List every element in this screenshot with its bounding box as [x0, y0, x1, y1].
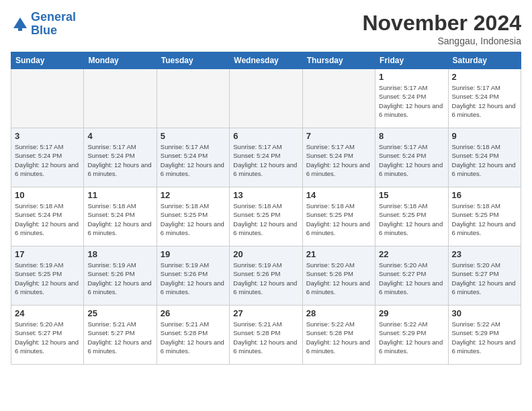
day-info: Sunrise: 5:22 AM Sunset: 5:29 PM Dayligh…	[452, 320, 517, 355]
calendar-cell: 12Sunrise: 5:18 AM Sunset: 5:25 PM Dayli…	[157, 187, 229, 246]
calendar-cell	[157, 69, 229, 128]
day-info: Sunrise: 5:20 AM Sunset: 5:27 PM Dayligh…	[379, 261, 444, 296]
logo-text: General Blue	[31, 11, 76, 38]
day-number: 2	[452, 72, 517, 82]
day-number: 7	[306, 131, 371, 141]
day-number: 24	[15, 308, 80, 318]
day-number: 8	[379, 131, 444, 141]
day-number: 22	[379, 249, 444, 259]
calendar-cell	[230, 69, 302, 128]
week-row-5: 24Sunrise: 5:20 AM Sunset: 5:27 PM Dayli…	[11, 306, 521, 365]
day-number: 19	[161, 249, 226, 259]
day-number: 14	[306, 190, 371, 200]
calendar-cell: 30Sunrise: 5:22 AM Sunset: 5:29 PM Dayli…	[448, 306, 521, 365]
calendar-cell: 8Sunrise: 5:17 AM Sunset: 5:24 PM Daylig…	[375, 128, 448, 187]
day-info: Sunrise: 5:18 AM Sunset: 5:25 PM Dayligh…	[379, 201, 444, 237]
day-number: 18	[87, 249, 152, 259]
day-number: 21	[306, 249, 371, 259]
day-header-thursday: Thursday	[302, 52, 375, 69]
week-row-1: 1Sunrise: 5:17 AM Sunset: 5:24 PM Daylig…	[11, 69, 521, 128]
calendar-cell: 17Sunrise: 5:19 AM Sunset: 5:25 PM Dayli…	[11, 246, 84, 306]
day-header-sunday: Sunday	[11, 52, 84, 69]
calendar-cell: 19Sunrise: 5:19 AM Sunset: 5:26 PM Dayli…	[157, 246, 229, 306]
calendar-cell: 10Sunrise: 5:18 AM Sunset: 5:24 PM Dayli…	[11, 187, 84, 246]
day-info: Sunrise: 5:21 AM Sunset: 5:28 PM Dayligh…	[161, 320, 226, 355]
calendar-cell	[11, 69, 84, 128]
week-row-2: 3Sunrise: 5:17 AM Sunset: 5:24 PM Daylig…	[11, 128, 521, 187]
day-info: Sunrise: 5:22 AM Sunset: 5:29 PM Dayligh…	[379, 320, 444, 355]
day-number: 1	[379, 72, 444, 82]
location: Sanggau, Indonesia	[362, 36, 521, 46]
day-info: Sunrise: 5:17 AM Sunset: 5:24 PM Dayligh…	[233, 142, 298, 178]
title-area: November 2024 Sanggau, Indonesia	[362, 11, 521, 46]
day-info: Sunrise: 5:17 AM Sunset: 5:24 PM Dayligh…	[452, 83, 517, 119]
day-info: Sunrise: 5:21 AM Sunset: 5:27 PM Dayligh…	[87, 320, 152, 355]
day-number: 20	[233, 249, 298, 259]
calendar-cell: 2Sunrise: 5:17 AM Sunset: 5:24 PM Daylig…	[448, 69, 521, 128]
day-number: 12	[161, 190, 226, 200]
day-info: Sunrise: 5:17 AM Sunset: 5:24 PM Dayligh…	[87, 142, 152, 178]
day-number: 28	[306, 308, 371, 318]
day-number: 4	[87, 131, 152, 141]
calendar-cell: 27Sunrise: 5:21 AM Sunset: 5:28 PM Dayli…	[230, 306, 302, 365]
day-info: Sunrise: 5:17 AM Sunset: 5:24 PM Dayligh…	[161, 142, 226, 178]
calendar-cell: 28Sunrise: 5:22 AM Sunset: 5:28 PM Dayli…	[302, 306, 375, 365]
day-info: Sunrise: 5:18 AM Sunset: 5:24 PM Dayligh…	[87, 201, 152, 237]
day-info: Sunrise: 5:18 AM Sunset: 5:25 PM Dayligh…	[233, 201, 298, 237]
day-number: 9	[452, 131, 517, 141]
day-info: Sunrise: 5:22 AM Sunset: 5:28 PM Dayligh…	[306, 320, 371, 355]
calendar-cell: 11Sunrise: 5:18 AM Sunset: 5:24 PM Dayli…	[84, 187, 157, 246]
calendar-cell: 22Sunrise: 5:20 AM Sunset: 5:27 PM Dayli…	[375, 246, 448, 306]
day-number: 3	[15, 131, 80, 141]
day-header-saturday: Saturday	[448, 52, 521, 69]
day-info: Sunrise: 5:18 AM Sunset: 5:25 PM Dayligh…	[452, 201, 517, 237]
calendar-cell: 6Sunrise: 5:17 AM Sunset: 5:24 PM Daylig…	[230, 128, 302, 187]
month-title: November 2024	[362, 11, 521, 36]
calendar-cell: 25Sunrise: 5:21 AM Sunset: 5:27 PM Dayli…	[84, 306, 157, 365]
day-number: 10	[15, 190, 80, 200]
day-info: Sunrise: 5:20 AM Sunset: 5:26 PM Dayligh…	[306, 261, 371, 296]
day-number: 17	[15, 249, 80, 259]
calendar-cell: 24Sunrise: 5:20 AM Sunset: 5:27 PM Dayli…	[11, 306, 84, 365]
day-header-tuesday: Tuesday	[157, 52, 229, 69]
calendar-cell: 21Sunrise: 5:20 AM Sunset: 5:26 PM Dayli…	[302, 246, 375, 306]
calendar-cell: 14Sunrise: 5:18 AM Sunset: 5:25 PM Dayli…	[302, 187, 375, 246]
day-info: Sunrise: 5:19 AM Sunset: 5:25 PM Dayligh…	[15, 261, 80, 296]
calendar-cell: 5Sunrise: 5:17 AM Sunset: 5:24 PM Daylig…	[157, 128, 229, 187]
day-number: 16	[452, 190, 517, 200]
calendar-cell: 1Sunrise: 5:17 AM Sunset: 5:24 PM Daylig…	[375, 69, 448, 128]
day-number: 27	[233, 308, 298, 318]
calendar-cell: 13Sunrise: 5:18 AM Sunset: 5:25 PM Dayli…	[230, 187, 302, 246]
day-number: 23	[452, 249, 517, 259]
calendar-cell: 20Sunrise: 5:19 AM Sunset: 5:26 PM Dayli…	[230, 246, 302, 306]
day-info: Sunrise: 5:21 AM Sunset: 5:28 PM Dayligh…	[233, 320, 298, 355]
week-row-4: 17Sunrise: 5:19 AM Sunset: 5:25 PM Dayli…	[11, 246, 521, 306]
week-row-3: 10Sunrise: 5:18 AM Sunset: 5:24 PM Dayli…	[11, 187, 521, 246]
day-info: Sunrise: 5:18 AM Sunset: 5:24 PM Dayligh…	[452, 142, 517, 178]
day-header-monday: Monday	[84, 52, 157, 69]
calendar-cell: 23Sunrise: 5:20 AM Sunset: 5:27 PM Dayli…	[448, 246, 521, 306]
day-info: Sunrise: 5:20 AM Sunset: 5:27 PM Dayligh…	[452, 261, 517, 296]
svg-rect-2	[18, 26, 22, 31]
calendar-cell: 18Sunrise: 5:19 AM Sunset: 5:26 PM Dayli…	[84, 246, 157, 306]
calendar-cell	[84, 69, 157, 128]
day-info: Sunrise: 5:18 AM Sunset: 5:25 PM Dayligh…	[306, 201, 371, 237]
day-number: 15	[379, 190, 444, 200]
day-number: 13	[233, 190, 298, 200]
header-row: SundayMondayTuesdayWednesdayThursdayFrid…	[11, 52, 521, 69]
day-info: Sunrise: 5:17 AM Sunset: 5:24 PM Dayligh…	[306, 142, 371, 178]
day-number: 26	[161, 308, 226, 318]
calendar-cell: 4Sunrise: 5:17 AM Sunset: 5:24 PM Daylig…	[84, 128, 157, 187]
calendar-cell: 16Sunrise: 5:18 AM Sunset: 5:25 PM Dayli…	[448, 187, 521, 246]
page-header: General Blue November 2024 Sanggau, Indo…	[11, 11, 521, 46]
calendar-cell: 29Sunrise: 5:22 AM Sunset: 5:29 PM Dayli…	[375, 306, 448, 365]
calendar-cell: 7Sunrise: 5:17 AM Sunset: 5:24 PM Daylig…	[302, 128, 375, 187]
day-number: 30	[452, 308, 517, 318]
day-info: Sunrise: 5:17 AM Sunset: 5:24 PM Dayligh…	[15, 142, 80, 178]
day-info: Sunrise: 5:17 AM Sunset: 5:24 PM Dayligh…	[379, 83, 444, 119]
day-header-friday: Friday	[375, 52, 448, 69]
day-info: Sunrise: 5:20 AM Sunset: 5:27 PM Dayligh…	[15, 320, 80, 355]
day-info: Sunrise: 5:18 AM Sunset: 5:25 PM Dayligh…	[161, 201, 226, 237]
day-number: 5	[161, 131, 226, 141]
day-number: 11	[87, 190, 152, 200]
